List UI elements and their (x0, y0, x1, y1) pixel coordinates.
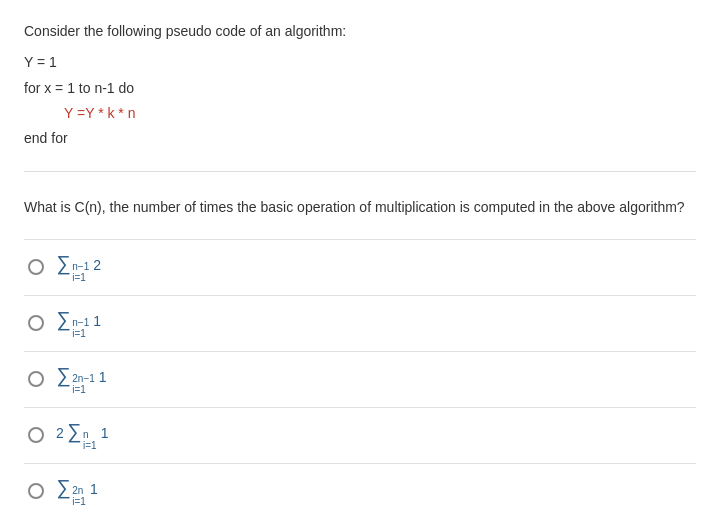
prefix-4: 2 (56, 425, 64, 441)
sigma-expr-4: 2 ∑ni=1 1 (56, 420, 108, 451)
value-2: 1 (93, 313, 101, 329)
divider-1 (24, 171, 696, 172)
option-row-5[interactable]: ∑2ni=1 1 (24, 464, 696, 509)
radio-2[interactable] (28, 315, 44, 331)
code-line-1: Y = 1 (24, 50, 696, 75)
value-1: 2 (93, 257, 101, 273)
sigma-expr-1: ∑n−1i=1 2 (56, 252, 101, 283)
sigma-expr-3: ∑2n−1i=1 1 (56, 364, 107, 395)
radio-4[interactable] (28, 427, 44, 443)
upper-4: n (83, 429, 97, 440)
option-label-5: ∑2ni=1 1 (56, 476, 98, 507)
radio-1[interactable] (28, 259, 44, 275)
upper-3: 2n−1 (72, 373, 95, 384)
option-label-2: ∑n−1i=1 1 (56, 308, 101, 339)
option-label-1: ∑n−1i=1 2 (56, 252, 101, 283)
sigma-char-3: ∑ (56, 364, 70, 387)
lower-3: i=1 (72, 384, 95, 395)
sigma-expr-5: ∑2ni=1 1 (56, 476, 98, 507)
option-row-4[interactable]: 2 ∑ni=1 1 (24, 408, 696, 464)
intro-text: Consider the following pseudo code of an… (24, 20, 696, 42)
option-row-3[interactable]: ∑2n−1i=1 1 (24, 352, 696, 408)
radio-5[interactable] (28, 483, 44, 499)
upper-1: n−1 (72, 261, 89, 272)
sigma-char-5: ∑ (56, 476, 70, 499)
option-row-2[interactable]: ∑n−1i=1 1 (24, 296, 696, 352)
lower-5: i=1 (72, 496, 86, 507)
option-label-4: 2 ∑ni=1 1 (56, 420, 108, 451)
sigma-char-1: ∑ (56, 252, 70, 275)
lower-1: i=1 (72, 272, 89, 283)
code-line-3: Y =Y * k * n (24, 101, 696, 126)
lower-2: i=1 (72, 328, 89, 339)
code-line-2: for x = 1 to n-1 do (24, 76, 696, 101)
code-block: Y = 1 for x = 1 to n-1 do Y =Y * k * n e… (24, 50, 696, 151)
code-line-4: end for (24, 126, 696, 151)
value-4: 1 (101, 425, 109, 441)
option-label-3: ∑2n−1i=1 1 (56, 364, 107, 395)
radio-3[interactable] (28, 371, 44, 387)
value-5: 1 (90, 481, 98, 497)
sigma-expr-2: ∑n−1i=1 1 (56, 308, 101, 339)
sigma-char-4: ∑ (67, 420, 81, 443)
lower-4: i=1 (83, 440, 97, 451)
option-row-1[interactable]: ∑n−1i=1 2 (24, 239, 696, 296)
sigma-char-2: ∑ (56, 308, 70, 331)
upper-5: 2n (72, 485, 86, 496)
upper-2: n−1 (72, 317, 89, 328)
question-text: What is C(n), the number of times the ba… (24, 196, 696, 218)
value-3: 1 (99, 369, 107, 385)
options-container: ∑n−1i=1 2 ∑n−1i=1 1 ∑2n−1i=1 1 2 (24, 239, 696, 509)
